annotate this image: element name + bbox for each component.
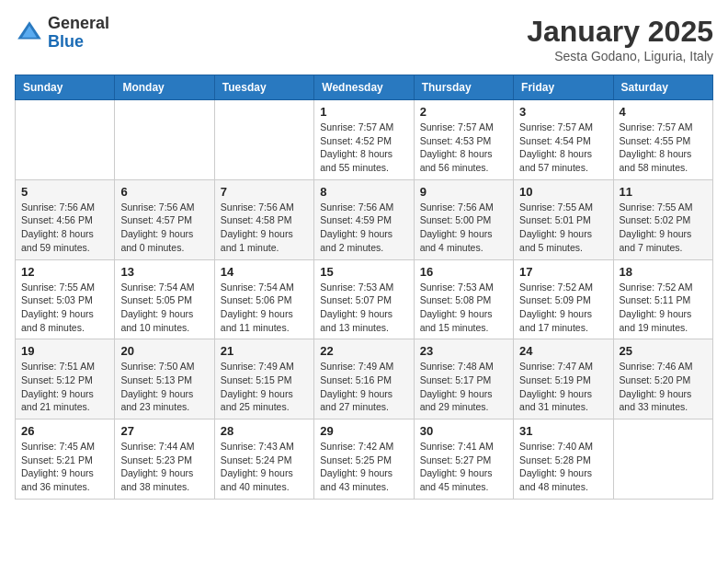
day-info: Sunrise: 7:43 AM Sunset: 5:24 PM Dayligh… bbox=[221, 440, 308, 494]
weekday-header: Thursday bbox=[414, 75, 513, 100]
day-number: 30 bbox=[420, 424, 507, 438]
calendar-cell: 8Sunrise: 7:56 AM Sunset: 4:59 PM Daylig… bbox=[314, 179, 414, 259]
calendar-cell: 19Sunrise: 7:51 AM Sunset: 5:12 PM Dayli… bbox=[16, 339, 115, 419]
calendar-week-row: 5Sunrise: 7:56 AM Sunset: 4:56 PM Daylig… bbox=[16, 179, 713, 259]
calendar-week-row: 26Sunrise: 7:45 AM Sunset: 5:21 PM Dayli… bbox=[16, 419, 713, 500]
day-number: 10 bbox=[519, 185, 607, 199]
calendar-cell: 25Sunrise: 7:46 AM Sunset: 5:20 PM Dayli… bbox=[613, 339, 712, 419]
day-number: 27 bbox=[120, 424, 208, 438]
day-info: Sunrise: 7:49 AM Sunset: 5:15 PM Dayligh… bbox=[221, 360, 308, 414]
logo-icon bbox=[15, 18, 44, 48]
calendar-cell bbox=[214, 100, 313, 180]
logo-general-text: General bbox=[48, 14, 109, 32]
calendar-cell: 15Sunrise: 7:53 AM Sunset: 5:07 PM Dayli… bbox=[314, 259, 414, 339]
day-info: Sunrise: 7:49 AM Sunset: 5:16 PM Dayligh… bbox=[320, 360, 407, 414]
day-info: Sunrise: 7:53 AM Sunset: 5:08 PM Dayligh… bbox=[420, 281, 507, 335]
day-info: Sunrise: 7:42 AM Sunset: 5:25 PM Dayligh… bbox=[320, 440, 407, 494]
calendar-cell: 28Sunrise: 7:43 AM Sunset: 5:24 PM Dayli… bbox=[214, 419, 313, 500]
calendar-cell: 29Sunrise: 7:42 AM Sunset: 5:25 PM Dayli… bbox=[314, 419, 414, 500]
logo: General Blue bbox=[15, 15, 109, 52]
day-number: 31 bbox=[519, 424, 607, 438]
weekday-header: Friday bbox=[514, 75, 613, 100]
day-info: Sunrise: 7:56 AM Sunset: 5:00 PM Dayligh… bbox=[420, 201, 507, 255]
day-number: 16 bbox=[420, 265, 507, 279]
day-info: Sunrise: 7:52 AM Sunset: 5:09 PM Dayligh… bbox=[519, 281, 607, 335]
weekday-header: Wednesday bbox=[314, 75, 414, 100]
day-number: 7 bbox=[221, 185, 308, 199]
day-info: Sunrise: 7:45 AM Sunset: 5:21 PM Dayligh… bbox=[21, 440, 108, 494]
calendar-table: SundayMondayTuesdayWednesdayThursdayFrid… bbox=[15, 75, 713, 500]
day-number: 18 bbox=[620, 265, 707, 279]
calendar-cell bbox=[613, 419, 712, 500]
day-info: Sunrise: 7:57 AM Sunset: 4:53 PM Dayligh… bbox=[420, 121, 507, 175]
day-info: Sunrise: 7:41 AM Sunset: 5:27 PM Dayligh… bbox=[420, 440, 507, 494]
day-info: Sunrise: 7:56 AM Sunset: 4:59 PM Dayligh… bbox=[320, 201, 407, 255]
calendar-cell: 4Sunrise: 7:57 AM Sunset: 4:55 PM Daylig… bbox=[613, 100, 712, 180]
day-number: 24 bbox=[519, 344, 607, 358]
weekday-header: Monday bbox=[115, 75, 214, 100]
day-number: 3 bbox=[519, 105, 607, 119]
calendar-cell: 14Sunrise: 7:54 AM Sunset: 5:06 PM Dayli… bbox=[214, 259, 313, 339]
day-number: 2 bbox=[420, 105, 507, 119]
calendar-cell: 12Sunrise: 7:55 AM Sunset: 5:03 PM Dayli… bbox=[16, 259, 115, 339]
calendar-cell: 7Sunrise: 7:56 AM Sunset: 4:58 PM Daylig… bbox=[214, 179, 313, 259]
calendar-cell bbox=[115, 100, 214, 180]
day-info: Sunrise: 7:40 AM Sunset: 5:28 PM Dayligh… bbox=[519, 440, 607, 494]
title-block: January 2025 Sesta Godano, Liguria, Ital… bbox=[527, 15, 713, 63]
logo-blue-text: Blue bbox=[48, 32, 84, 51]
weekday-header: Tuesday bbox=[214, 75, 313, 100]
day-info: Sunrise: 7:57 AM Sunset: 4:52 PM Dayligh… bbox=[320, 121, 407, 175]
day-number: 14 bbox=[221, 265, 308, 279]
calendar-cell: 1Sunrise: 7:57 AM Sunset: 4:52 PM Daylig… bbox=[314, 100, 414, 180]
calendar-cell: 20Sunrise: 7:50 AM Sunset: 5:13 PM Dayli… bbox=[115, 339, 214, 419]
calendar-week-row: 12Sunrise: 7:55 AM Sunset: 5:03 PM Dayli… bbox=[16, 259, 713, 339]
day-info: Sunrise: 7:47 AM Sunset: 5:19 PM Dayligh… bbox=[519, 360, 607, 414]
day-number: 15 bbox=[320, 265, 407, 279]
calendar-cell: 3Sunrise: 7:57 AM Sunset: 4:54 PM Daylig… bbox=[514, 100, 613, 180]
calendar-cell: 30Sunrise: 7:41 AM Sunset: 5:27 PM Dayli… bbox=[414, 419, 513, 500]
day-number: 20 bbox=[120, 344, 208, 358]
calendar-cell bbox=[16, 100, 115, 180]
calendar-cell: 5Sunrise: 7:56 AM Sunset: 4:56 PM Daylig… bbox=[16, 179, 115, 259]
calendar-cell: 2Sunrise: 7:57 AM Sunset: 4:53 PM Daylig… bbox=[414, 100, 513, 180]
day-info: Sunrise: 7:57 AM Sunset: 4:55 PM Dayligh… bbox=[620, 121, 707, 175]
calendar-cell: 22Sunrise: 7:49 AM Sunset: 5:16 PM Dayli… bbox=[314, 339, 414, 419]
day-number: 19 bbox=[21, 344, 108, 358]
weekday-header-row: SundayMondayTuesdayWednesdayThursdayFrid… bbox=[16, 75, 713, 100]
calendar-cell: 31Sunrise: 7:40 AM Sunset: 5:28 PM Dayli… bbox=[514, 419, 613, 500]
day-number: 25 bbox=[620, 344, 707, 358]
day-number: 26 bbox=[21, 424, 108, 438]
calendar-cell: 17Sunrise: 7:52 AM Sunset: 5:09 PM Dayli… bbox=[514, 259, 613, 339]
day-info: Sunrise: 7:56 AM Sunset: 4:57 PM Dayligh… bbox=[120, 201, 208, 255]
day-number: 21 bbox=[221, 344, 308, 358]
day-info: Sunrise: 7:51 AM Sunset: 5:12 PM Dayligh… bbox=[21, 360, 108, 414]
day-info: Sunrise: 7:55 AM Sunset: 5:03 PM Dayligh… bbox=[21, 281, 108, 335]
calendar-cell: 9Sunrise: 7:56 AM Sunset: 5:00 PM Daylig… bbox=[414, 179, 513, 259]
day-number: 5 bbox=[21, 185, 108, 199]
day-info: Sunrise: 7:55 AM Sunset: 5:02 PM Dayligh… bbox=[620, 201, 707, 255]
calendar-cell: 11Sunrise: 7:55 AM Sunset: 5:02 PM Dayli… bbox=[613, 179, 712, 259]
day-info: Sunrise: 7:44 AM Sunset: 5:23 PM Dayligh… bbox=[120, 440, 208, 494]
calendar-cell: 18Sunrise: 7:52 AM Sunset: 5:11 PM Dayli… bbox=[613, 259, 712, 339]
day-number: 29 bbox=[320, 424, 407, 438]
calendar-cell: 26Sunrise: 7:45 AM Sunset: 5:21 PM Dayli… bbox=[16, 419, 115, 500]
day-info: Sunrise: 7:52 AM Sunset: 5:11 PM Dayligh… bbox=[620, 281, 707, 335]
day-info: Sunrise: 7:56 AM Sunset: 4:56 PM Dayligh… bbox=[21, 201, 108, 255]
day-number: 9 bbox=[420, 185, 507, 199]
day-info: Sunrise: 7:48 AM Sunset: 5:17 PM Dayligh… bbox=[420, 360, 507, 414]
day-info: Sunrise: 7:53 AM Sunset: 5:07 PM Dayligh… bbox=[320, 281, 407, 335]
weekday-header: Sunday bbox=[16, 75, 115, 100]
day-number: 1 bbox=[320, 105, 407, 119]
day-number: 17 bbox=[519, 265, 607, 279]
calendar-cell: 23Sunrise: 7:48 AM Sunset: 5:17 PM Dayli… bbox=[414, 339, 513, 419]
calendar-cell: 10Sunrise: 7:55 AM Sunset: 5:01 PM Dayli… bbox=[514, 179, 613, 259]
day-info: Sunrise: 7:57 AM Sunset: 4:54 PM Dayligh… bbox=[519, 121, 607, 175]
day-number: 23 bbox=[420, 344, 507, 358]
day-number: 11 bbox=[620, 185, 707, 199]
calendar-week-row: 19Sunrise: 7:51 AM Sunset: 5:12 PM Dayli… bbox=[16, 339, 713, 419]
page-header: General Blue January 2025 Sesta Godano, … bbox=[15, 15, 713, 63]
calendar-cell: 24Sunrise: 7:47 AM Sunset: 5:19 PM Dayli… bbox=[514, 339, 613, 419]
calendar-cell: 6Sunrise: 7:56 AM Sunset: 4:57 PM Daylig… bbox=[115, 179, 214, 259]
day-info: Sunrise: 7:46 AM Sunset: 5:20 PM Dayligh… bbox=[620, 360, 707, 414]
calendar-cell: 16Sunrise: 7:53 AM Sunset: 5:08 PM Dayli… bbox=[414, 259, 513, 339]
